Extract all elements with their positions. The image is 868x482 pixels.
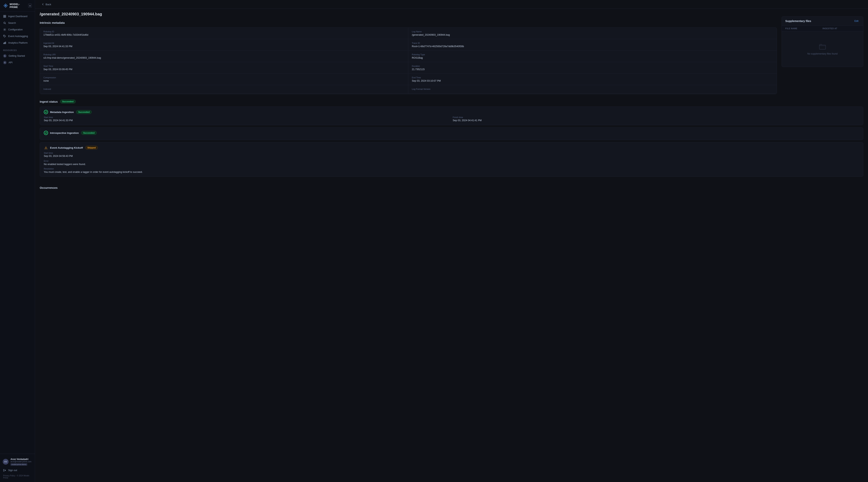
ingest-card-introspective-ingestion: Introspective Ingestion Succeeded bbox=[40, 127, 863, 140]
back-arrow-icon bbox=[41, 3, 44, 6]
supplementary-files-panel: Supplementary files Edit FILE NAME INGES… bbox=[782, 17, 863, 67]
topbar: Back bbox=[35, 0, 868, 9]
resolution-value: You must create, test, and enable a tagg… bbox=[44, 171, 859, 173]
occurrences-section: Occurrences bbox=[40, 185, 863, 189]
ingest-card-title: Event Autotagging Kickoff bbox=[50, 146, 83, 149]
ingest-card-header: Metadata Ingestion Succeeded bbox=[44, 110, 859, 114]
user-tag: model-prime-demo bbox=[10, 463, 27, 465]
meta-label: Duration bbox=[412, 65, 773, 67]
file-name-col-header: FILE NAME bbox=[785, 27, 823, 30]
meta-cell: Robolog ID 179dd51c-e431-4bf9-906c-7d334… bbox=[40, 28, 408, 39]
meta-label: Start Time bbox=[43, 65, 405, 67]
resource-letter: G bbox=[3, 54, 7, 58]
settings-icon bbox=[3, 28, 6, 31]
sidebar-item-label: Search bbox=[8, 22, 16, 24]
user-email: arun@model-prime.com bbox=[10, 460, 32, 463]
svg-rect-11 bbox=[5, 42, 6, 44]
left-panel: Intrinsic metadata Robolog ID 179dd51c-e… bbox=[40, 17, 777, 94]
sidebar-item-analytics-platform[interactable]: Analytics Platform bbox=[0, 39, 35, 46]
logo-text: MODEL-PRIME bbox=[10, 3, 27, 8]
meta-cell: Trace ID Root=1-66d7747d-462500d728a7dd9… bbox=[408, 39, 777, 51]
sidebar-item-label: Analytics Platform bbox=[8, 41, 28, 44]
meta-cell: End Time Sep 03, 2024 03:10:07 PM bbox=[408, 74, 777, 85]
sidebar-item-configuration[interactable]: Configuration bbox=[0, 26, 35, 33]
start-time-label: Start time bbox=[44, 116, 451, 118]
ingest-status-header: Ingest status Succeeded bbox=[40, 100, 863, 104]
resolution-label: Resolution bbox=[44, 168, 859, 170]
sidebar-item-getting-started[interactable]: G Getting Started bbox=[0, 53, 35, 59]
grid-icon bbox=[3, 15, 6, 18]
user-details: Arun Venkatadri arun@model-prime.com mod… bbox=[10, 458, 32, 465]
meta-label: Robolog Type bbox=[412, 53, 773, 56]
layout-toggle-icon[interactable]: ⊞ bbox=[28, 4, 32, 8]
meta-value: 21.7352115 bbox=[412, 68, 773, 71]
ingest-card-title: Metadata Ingestion bbox=[50, 111, 74, 114]
user-info: AV Arun Venkatadri arun@model-prime.com … bbox=[0, 456, 35, 467]
ingested-at-col-header: INGESTED AT bbox=[823, 27, 860, 30]
meta-value: Sep 03, 2024 03:09:45 PM bbox=[43, 68, 405, 71]
sidebar-item-event-autotagging[interactable]: Event Autotagging bbox=[0, 33, 35, 39]
svg-rect-5 bbox=[5, 17, 6, 18]
privacy-policy-link[interactable]: Privacy Policy bbox=[3, 475, 15, 477]
no-files-text: No supplementary files found bbox=[807, 52, 837, 55]
search-icon bbox=[3, 22, 6, 25]
supp-table-header: FILE NAME INGESTED AT bbox=[782, 26, 863, 31]
supplementary-files-title: Supplementary files bbox=[785, 20, 811, 23]
meta-label: Indexed bbox=[43, 88, 405, 90]
error-value: No enabled tested taggers were found. bbox=[44, 163, 859, 166]
start-time-value: Sep 03, 2024 04:41:33 PM bbox=[44, 119, 451, 122]
meta-label: Compression bbox=[43, 76, 405, 79]
sidebar-item-api[interactable]: A API bbox=[0, 59, 35, 66]
sidebar-item-search[interactable]: Search bbox=[0, 20, 35, 26]
ingest-card-header: Event Autotagging Kickoff Skipped bbox=[44, 145, 859, 150]
meta-cell: Log Format Version bbox=[408, 85, 777, 94]
edit-button[interactable]: Edit bbox=[853, 19, 860, 23]
user-name: Arun Venkatadri bbox=[10, 458, 32, 460]
sidebar-item-ingest-dashboard[interactable]: Ingest Dashboard bbox=[0, 13, 35, 20]
error-section: Error No enabled tested taggers were fou… bbox=[44, 160, 859, 173]
sidebar-footer: AV Arun Venkatadri arun@model-prime.com … bbox=[0, 454, 35, 482]
ingest-status-title: Ingest status bbox=[40, 100, 58, 103]
footer-links: Privacy Policy · © 2024 Model-Prime bbox=[0, 474, 35, 480]
start-time-block: Start time Sep 03, 2024 04:41:33 PM bbox=[44, 116, 451, 122]
sidebar-item-label: Event Autotagging bbox=[8, 35, 28, 37]
start-time-label: Start time bbox=[44, 152, 451, 154]
svg-rect-3 bbox=[5, 15, 6, 16]
sidebar-item-label: Ingest Dashboard bbox=[8, 15, 27, 18]
finish-time-value: Sep 03, 2024 04:41:41 PM bbox=[453, 119, 859, 122]
meta-label: Trace ID bbox=[412, 42, 773, 44]
meta-label: Log Name bbox=[412, 30, 773, 33]
meta-value: /generated_20240903_190944.bag bbox=[412, 33, 773, 36]
sign-out-button[interactable]: Sign out bbox=[0, 467, 35, 474]
ingest-cards: Metadata Ingestion Succeeded Start time … bbox=[40, 107, 863, 177]
finish-time-block: Finish time Sep 03, 2024 04:41:41 PM bbox=[453, 116, 859, 122]
resources-section-label: Resources bbox=[0, 46, 35, 53]
intrinsic-metadata-title: Intrinsic metadata bbox=[40, 21, 777, 24]
ingest-status-section: Ingest status Succeeded Metadata Ingesti… bbox=[40, 100, 863, 179]
meta-label: Robolog ID bbox=[43, 30, 405, 33]
meta-label: Robolog URI bbox=[43, 53, 405, 56]
meta-value: Sep 03, 2024 04:41:33 PM bbox=[43, 45, 405, 48]
meta-cell: Duration 21.7352115 bbox=[408, 62, 777, 74]
time-grid: Start time Sep 03, 2024 04:41:33 PM Fini… bbox=[44, 116, 859, 122]
meta-value: s3://mp-trial-demo/generated_20240903_19… bbox=[43, 57, 405, 59]
meta-cell: Log Name /generated_20240903_190944.bag bbox=[408, 28, 777, 39]
ingest-card-header: Introspective Ingestion Succeeded bbox=[44, 131, 859, 135]
ingest-card-metadata-ingestion: Metadata Ingestion Succeeded Start time … bbox=[40, 107, 863, 125]
svg-point-8 bbox=[4, 35, 4, 36]
content-body: Intrinsic metadata Robolog ID 179dd51c-e… bbox=[35, 17, 868, 197]
ingest-card-event-autotagging-kickoff: Event Autotagging Kickoff Skipped Start … bbox=[40, 142, 863, 177]
svg-rect-2 bbox=[3, 15, 4, 16]
meta-label: End Time bbox=[412, 76, 773, 79]
sidebar-item-label: Configuration bbox=[8, 28, 23, 31]
error-label: Error bbox=[44, 160, 859, 162]
back-button[interactable]: Back bbox=[40, 2, 53, 7]
logo-icon bbox=[3, 3, 8, 8]
resource-letter: A bbox=[3, 61, 7, 64]
ingest-card-status-badge: Skipped bbox=[85, 146, 98, 150]
meta-value: 179dd51c-e431-4bf9-906c-7d3344f1bd6d bbox=[43, 33, 405, 36]
supplementary-files-header: Supplementary files Edit bbox=[782, 17, 863, 26]
meta-cell: Robolog Type ROS1Bag bbox=[408, 51, 777, 62]
bar-chart-icon bbox=[3, 41, 6, 45]
ingest-card-status-badge: Succeeded bbox=[81, 131, 97, 135]
